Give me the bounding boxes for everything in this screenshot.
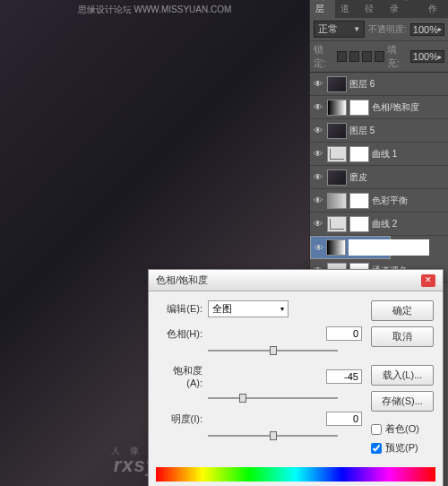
layer-row[interactable]: 👁曲线 1 [310,143,448,166]
saturation-input[interactable]: -45 [326,369,362,384]
chevron-down-icon: ▾ [280,305,284,313]
layer-row[interactable]: 👁色相/饱和度 1 [310,236,391,259]
chevron-down-icon: ▼ [353,25,360,33]
cancel-button[interactable]: 取消 [371,326,434,347]
slider-handle[interactable] [239,394,246,403]
hue-slider[interactable] [208,344,338,357]
close-icon[interactable]: ✕ [421,274,435,287]
layer-thumb[interactable] [327,169,347,186]
layer-mask[interactable] [349,216,369,232]
layer-row[interactable]: 👁色相/饱和度 [310,96,448,119]
lock-row: 锁定: 填充: 100%▸ [310,41,448,73]
tab-paths[interactable]: 路径 [359,0,384,18]
fill-label: 填充: [387,43,408,70]
eye-icon[interactable]: 👁 [312,218,324,230]
layer-name[interactable]: 色相/饱和度 [372,101,419,114]
layer-thumb[interactable] [327,216,347,232]
dialog-title: 色相/饱和度 [156,273,208,287]
lightness-label: 明度(I): [158,412,202,426]
eye-icon[interactable]: 👁 [312,148,324,161]
layers-list: 👁图层 6 👁色相/饱和度 👁图层 5 👁曲线 1 👁磨皮 👁色彩平衡 👁曲线 … [310,73,448,282]
lock-pixels-icon[interactable] [349,51,359,62]
layer-row[interactable]: 👁图层 5 [310,119,448,143]
eye-icon[interactable]: 👁 [314,241,323,254]
layer-name[interactable]: 图层 6 [349,78,375,91]
layer-thumb[interactable] [327,146,347,162]
layer-name[interactable]: 曲线 1 [372,148,397,161]
lock-label: 锁定: [314,43,334,70]
edit-select[interactable]: 全图▾ [208,300,289,317]
preview-checkbox[interactable]: 预览(P) [371,441,434,455]
lightness-slider[interactable] [208,430,338,442]
tab-channels[interactable]: 通道 [335,0,360,18]
layer-thumb[interactable] [327,193,347,209]
lock-position-icon[interactable] [362,51,372,62]
dialog-titlebar[interactable]: 色相/饱和度 ✕ [149,270,443,291]
layers-panel: 图层 通道 路径 历史记录 动作 正常▼ 不透明度: 100%▸ 锁定: 填充:… [309,0,448,305]
slider-handle[interactable] [270,346,277,355]
load-button[interactable]: 载入(L)... [371,365,434,386]
slider-handle[interactable] [270,431,277,440]
eye-icon[interactable]: 👁 [312,101,324,114]
layer-mask[interactable] [349,239,429,256]
eye-icon[interactable]: 👁 [312,125,324,137]
spectrum-bar [156,467,435,482]
layer-thumb[interactable] [327,100,347,116]
eye-icon[interactable]: 👁 [312,195,324,207]
layer-thumb[interactable] [327,123,347,139]
watermark-top: 思缘设计论坛 WWW.MISSYUAN.COM [78,4,232,16]
blend-mode-select[interactable]: 正常▼ [314,21,365,38]
ok-button[interactable]: 确定 [371,300,434,321]
layer-name[interactable]: 色彩平衡 [372,195,408,207]
saturation-label: 饱和度(A): [158,364,202,388]
panel-tabs: 图层 通道 路径 历史记录 动作 [310,0,448,18]
saturation-slider[interactable] [208,392,338,404]
hue-sat-dialog: 色相/饱和度 ✕ 编辑(E): 全图▾ 色相(H): 0 饱和度(A): -45… [148,269,444,486]
lock-transparency-icon[interactable] [337,51,347,62]
layer-name[interactable]: 磨皮 [349,171,367,184]
fill-value[interactable]: 100%▸ [410,50,444,63]
layer-mask[interactable] [349,193,369,209]
layer-row[interactable]: 👁磨皮 [310,166,448,189]
hue-input[interactable]: 0 [326,326,362,341]
hue-label: 色相(H): [158,327,202,341]
blend-row: 正常▼ 不透明度: 100%▸ [310,18,448,41]
opacity-value[interactable]: 100%▸ [410,23,444,36]
layer-row[interactable]: 👁图层 6 [310,73,448,96]
opacity-label: 不透明度: [368,23,407,36]
eye-icon[interactable]: 👁 [312,78,324,91]
layer-name[interactable]: 图层 5 [349,125,375,137]
layer-mask[interactable] [349,146,369,162]
colorize-checkbox[interactable]: 着色(O) [371,422,434,436]
layer-row[interactable]: 👁色彩平衡 [310,189,448,213]
lightness-input[interactable]: 0 [326,412,362,426]
tab-actions[interactable]: 动作 [423,0,448,18]
layer-thumb[interactable] [326,239,346,256]
layer-row[interactable]: 👁曲线 2 [310,213,448,236]
eye-icon[interactable]: 👁 [312,171,324,184]
lock-all-icon[interactable] [375,51,384,62]
save-button[interactable]: 存储(S)... [371,391,434,412]
layer-mask[interactable] [349,100,369,116]
edit-label: 编辑(E): [158,302,202,316]
layer-thumb[interactable] [327,76,347,92]
layer-name[interactable]: 曲线 2 [372,218,397,230]
tab-layers[interactable]: 图层 [310,0,335,18]
tab-history[interactable]: 历史记录 [384,0,423,18]
